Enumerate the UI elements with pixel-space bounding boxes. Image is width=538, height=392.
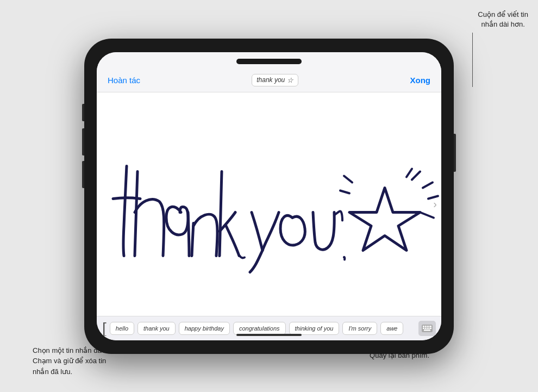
annotation-top-right: Cuộn để viết tin nhắn dài hơn. xyxy=(478,10,528,29)
saved-messages-bar: [ hello thank you happy birthday congrat… xyxy=(97,316,441,340)
message-chip-happy-birthday[interactable]: happy birthday xyxy=(179,322,230,335)
done-button[interactable]: Xong xyxy=(410,76,431,85)
dynamic-island xyxy=(236,59,302,64)
svg-rect-1 xyxy=(423,326,424,327)
message-chip-hello[interactable]: hello xyxy=(110,322,134,335)
volume-down-button xyxy=(82,161,84,188)
svg-rect-4 xyxy=(429,326,431,327)
undo-button[interactable]: Hoàn tác xyxy=(108,76,140,85)
svg-rect-5 xyxy=(423,327,424,329)
preview-text: thank you xyxy=(257,76,285,84)
handwriting-canvas[interactable]: › xyxy=(97,92,441,316)
phone-frame: Hoàn tác thank you ☆ Xong xyxy=(84,39,454,354)
power-button xyxy=(454,134,456,172)
message-chip-awe[interactable]: awe xyxy=(380,322,403,335)
volume-up-button xyxy=(82,128,84,155)
annotation-line-top-right xyxy=(472,33,473,87)
svg-rect-9 xyxy=(424,329,430,331)
svg-rect-3 xyxy=(427,326,429,327)
scroll-right-arrow[interactable]: › xyxy=(433,198,437,210)
message-chip-congratulations[interactable]: congratulations xyxy=(233,322,286,335)
svg-rect-7 xyxy=(427,327,429,329)
keyboard-button[interactable] xyxy=(418,321,436,336)
scene: Cuộn để viết tin nhắn dài hơn. Chọn một … xyxy=(0,0,538,392)
svg-rect-8 xyxy=(429,327,431,329)
star-icon: ☆ xyxy=(287,76,293,84)
message-chip-thinking-of-you[interactable]: thinking of you xyxy=(289,322,340,335)
svg-rect-6 xyxy=(425,327,427,329)
bracket-icon: [ xyxy=(102,321,107,336)
mute-button xyxy=(82,104,84,121)
svg-rect-2 xyxy=(425,326,427,327)
message-chip-thank-you[interactable]: thank you xyxy=(137,322,176,335)
screen: Hoàn tác thank you ☆ Xong xyxy=(97,52,441,340)
home-indicator xyxy=(236,334,302,336)
message-chip-im-sorry[interactable]: I'm sorry xyxy=(342,322,377,335)
preview-chip: thank you ☆ xyxy=(252,74,298,86)
